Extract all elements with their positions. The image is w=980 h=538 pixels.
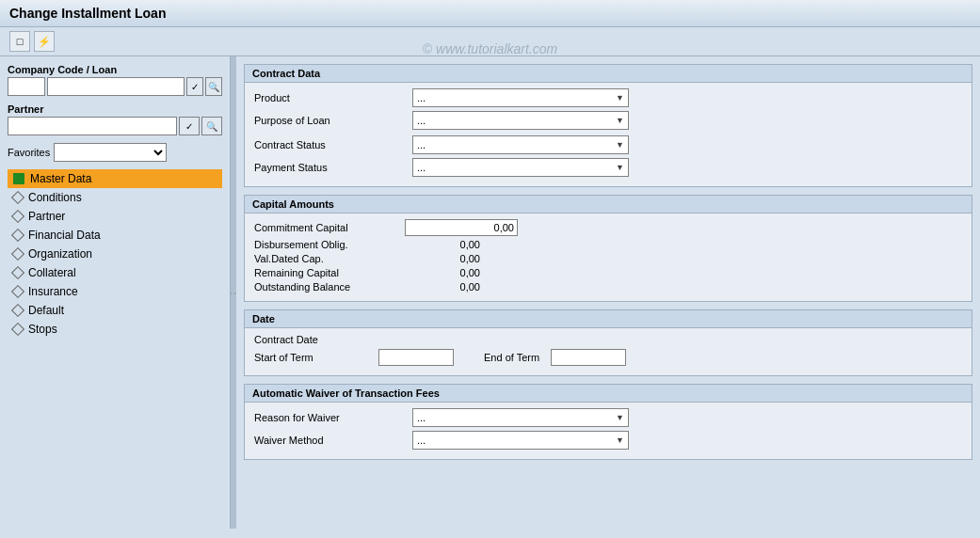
diamond-icon [11, 247, 24, 261]
contract-status-value: ... [417, 139, 426, 150]
favorites-label: Favorites [8, 147, 50, 158]
product-label: Product [254, 92, 405, 103]
capital-row: Outstanding Balance0,00 [254, 281, 962, 293]
capital-label: Commitment Capital [254, 222, 405, 233]
company-code-confirm-button[interactable]: ✓ [186, 77, 203, 96]
payment-status-select[interactable]: ... ▼ [412, 158, 629, 177]
diamond-icon [11, 210, 24, 223]
partner-input[interactable] [8, 117, 177, 135]
contract-data-body: Product ... ▼ Purpose of Loan ... ▼ Cont [245, 83, 972, 186]
reason-value: ... [417, 412, 426, 423]
purpose-select[interactable]: ... ▼ [412, 111, 629, 130]
start-term-label: Start of Term [254, 352, 367, 363]
product-select[interactable]: ... ▼ [412, 88, 629, 107]
capital-label: Val.Dated Cap. [254, 253, 405, 264]
date-section: Date Contract Date Start of Term End of … [244, 309, 972, 376]
capital-amounts-body: Commitment CapitalDisbursement Oblig.0,0… [245, 214, 972, 301]
waiver-body: Reason for Waiver ... ▼ Waiver Method ..… [245, 403, 972, 459]
capital-value-4: 0,00 [405, 281, 480, 293]
nav-item-label: Conditions [28, 191, 82, 204]
nav-item-label: Organization [28, 247, 92, 261]
waiver-header: Automatic Waiver of Transaction Fees [245, 385, 972, 403]
sidebar-item-master-data[interactable]: Master Data [8, 169, 222, 188]
nav-item-label: Master Data [30, 172, 91, 185]
reason-select[interactable]: ... ▼ [412, 408, 629, 427]
company-code-row: ✓ 🔍 [8, 77, 222, 96]
nav-item-label: Default [28, 304, 64, 317]
nav-item-label: Stops [28, 323, 57, 336]
capital-row: Remaining Capital0,00 [254, 267, 962, 278]
sidebar-item-default[interactable]: Default [8, 301, 222, 320]
sidebar-item-financial-data[interactable]: Financial Data [8, 226, 222, 245]
sidebar-item-partner[interactable]: Partner [8, 207, 222, 226]
end-term-input[interactable] [551, 349, 626, 366]
contract-status-label: Contract Status [254, 139, 405, 150]
partner-row: ✓ 🔍 [8, 117, 222, 135]
start-term-input[interactable] [378, 349, 454, 366]
nav-item-label: Insurance [28, 285, 78, 298]
diamond-icon [11, 323, 24, 336]
capital-amounts-section: Capital Amounts Commitment CapitalDisbur… [244, 195, 972, 302]
capital-row: Val.Dated Cap.0,00 [254, 253, 962, 264]
method-label: Waiver Method [254, 435, 405, 446]
purpose-label: Purpose of Loan [254, 115, 405, 126]
contract-status-select[interactable]: ... ▼ [412, 135, 629, 154]
sidebar-item-insurance[interactable]: Insurance [8, 282, 222, 301]
nav-menu: Master DataConditionsPartnerFinancial Da… [8, 169, 222, 339]
partner-lookup-button[interactable]: 🔍 [201, 117, 222, 135]
diamond-icon [11, 285, 24, 298]
diamond-icon [11, 191, 24, 204]
sidebar-item-organization[interactable]: Organization [8, 245, 222, 263]
date-header: Date [245, 310, 972, 328]
save-button[interactable]: □ [9, 31, 30, 52]
company-code-lookup-button[interactable]: 🔍 [205, 77, 222, 96]
contract-data-section: Contract Data Product ... ▼ Purpose of L… [244, 64, 972, 187]
main-layout: Company Code / Loan ✓ 🔍 Partner ✓ 🔍 Favo… [0, 56, 980, 529]
method-dropdown-icon: ▼ [616, 435, 624, 445]
product-row: Product ... ▼ [254, 88, 962, 107]
toolbar: □ ⚡ © www.tutorialkart.com [0, 27, 980, 56]
diamond-icon [11, 266, 24, 279]
diamond-icon [11, 229, 24, 242]
method-row: Waiver Method ... ▼ [254, 431, 962, 450]
date-body: Contract Date Start of Term End of Term [245, 328, 972, 375]
capital-value-1: 0,00 [405, 239, 480, 250]
capital-input-0[interactable] [405, 219, 518, 236]
sidebar-item-stops[interactable]: Stops [8, 320, 222, 339]
diamond-icon [11, 304, 24, 317]
contract-date-row: Contract Date [254, 334, 962, 345]
content-area: Contract Data Product ... ▼ Purpose of L… [236, 56, 980, 529]
favorites-row: Favorites [8, 143, 222, 162]
partner-confirm-button[interactable]: ✓ [179, 117, 200, 135]
favorites-select[interactable] [54, 143, 167, 162]
waiver-section: Automatic Waiver of Transaction Fees Rea… [244, 384, 972, 460]
nav-item-label: Financial Data [28, 229, 101, 242]
capital-value-2: 0,00 [405, 253, 480, 264]
partner-group: Partner ✓ 🔍 [8, 103, 222, 135]
contract-data-header: Contract Data [245, 65, 972, 83]
page-title: Change Installment Loan [9, 6, 166, 21]
nav-item-label: Partner [28, 210, 65, 223]
payment-status-label: Payment Status [254, 162, 405, 173]
sidebar-item-collateral[interactable]: Collateral [8, 263, 222, 282]
reason-dropdown-icon: ▼ [616, 413, 624, 422]
purpose-value: ... [417, 115, 426, 126]
shortcut-button[interactable]: ⚡ [34, 31, 55, 52]
capital-row: Commitment Capital [254, 219, 962, 236]
end-term-label: End of Term [484, 352, 539, 363]
reason-label: Reason for Waiver [254, 412, 405, 423]
method-select[interactable]: ... ▼ [412, 431, 629, 450]
capital-row: Disbursement Oblig.0,00 [254, 239, 962, 250]
contract-status-dropdown-icon: ▼ [616, 140, 624, 150]
sidebar-item-conditions[interactable]: Conditions [8, 188, 222, 207]
capital-amounts-header: Capital Amounts [245, 196, 972, 214]
loan-input[interactable] [47, 77, 185, 96]
payment-status-dropdown-icon: ▼ [616, 163, 624, 172]
company-code-label: Company Code / Loan [8, 64, 222, 75]
contract-status-row: Contract Status ... ▼ [254, 135, 962, 154]
company-code-input[interactable] [8, 77, 45, 96]
partner-label: Partner [8, 103, 222, 115]
purpose-row: Purpose of Loan ... ▼ [254, 111, 962, 130]
payment-status-row: Payment Status ... ▼ [254, 158, 962, 177]
term-row: Start of Term End of Term [254, 349, 962, 366]
